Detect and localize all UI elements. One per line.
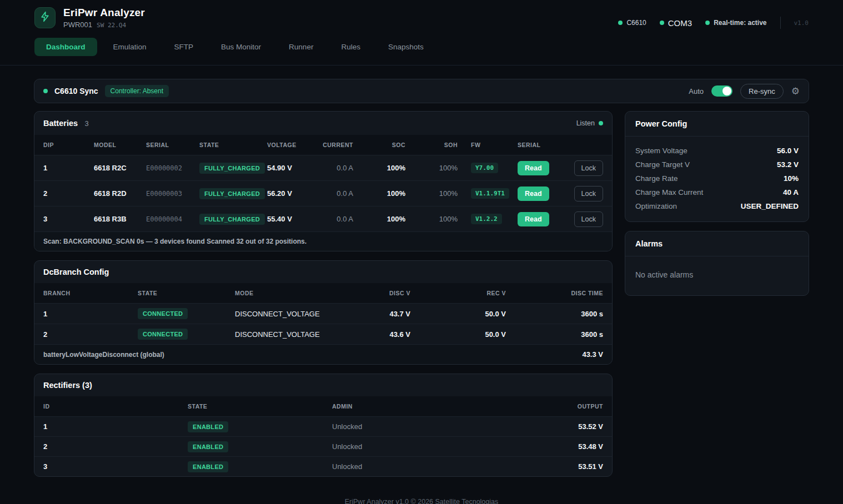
battery-model: 6618 R2C [94, 164, 146, 172]
auto-toggle[interactable] [711, 85, 732, 97]
battery-soc: 100% [353, 215, 405, 223]
config-row: Optimization USER_DEFINED [635, 199, 799, 213]
battery-dip: 1 [43, 164, 94, 172]
alarms-title: Alarms [635, 239, 663, 248]
rectifier-admin: Unlocked [332, 442, 520, 451]
read-serial-button[interactable]: Read [518, 187, 549, 201]
header-status: C6610 COM3 Real-time: active v1.0 [618, 17, 809, 29]
global-disconnect-label: batteryLowVoltageDisconnect (global) [43, 351, 164, 359]
status-dot-green [618, 21, 623, 25]
app-version: v1.0 [794, 19, 809, 27]
config-row: Charge Max Current 40 A [635, 185, 799, 199]
battery-voltage: 56.20 V [267, 189, 306, 198]
battery-soh: 100% [405, 164, 458, 172]
rectifiers-panel: Rectifiers (3) ID STATE ADMIN OUTPUT 1 E… [34, 374, 613, 477]
branch-mode: DISCONNECT_VOLTAGE [235, 330, 330, 339]
read-serial-button[interactable]: Read [518, 161, 549, 175]
branch-id: 1 [43, 310, 138, 318]
scan-status: Scan: BACKGROUND_SCAN 0s — 3 devices fou… [34, 231, 612, 251]
status-c6610: C6610 [618, 19, 646, 27]
app-logo [34, 7, 56, 28]
branch-state-badge: CONNECTED [138, 329, 188, 340]
lock-button[interactable]: Lock [574, 211, 603, 227]
toggle-knob [722, 87, 731, 95]
alarms-empty-message: No active alarms [635, 264, 799, 287]
battery-current: 0.0 A [306, 215, 353, 223]
battery-soh: 100% [405, 215, 458, 223]
app-header: EriPwr Analyzer PWR001 SW 22.Q4 C6610 CO… [0, 0, 843, 65]
app-title: EriPwr Analyzer [63, 7, 145, 19]
controller-status-badge: Controller: Absent [105, 85, 169, 97]
dcbranch-row: 1 CONNECTED DISCONNECT_VOLTAGE 43.7 V 50… [34, 303, 612, 324]
global-disconnect-row: batteryLowVoltageDisconnect (global) 43.… [34, 344, 612, 364]
dcbranch-table-header: BRANCH STATE MODE DISC V REC V DISC TIME [34, 283, 612, 303]
rectifier-id: 3 [43, 462, 188, 471]
branch-disc-time: 3600 s [506, 330, 603, 339]
lock-button[interactable]: Lock [574, 186, 603, 201]
branch-rec-v: 50.0 V [410, 310, 506, 318]
rectifier-row: 2 ENABLED Unlocked 53.48 V [34, 436, 612, 456]
battery-model: 6618 R3B [94, 215, 146, 223]
batteries-title: Batteries [43, 119, 78, 128]
battery-row: 3 6618 R3B E00000004 FULLY_CHARGED 55.40… [34, 206, 612, 231]
tab-dashboard[interactable]: Dashboard [34, 38, 97, 56]
battery-soh: 100% [405, 189, 458, 198]
battery-soc: 100% [353, 164, 405, 172]
sync-title: C6610 Sync [54, 87, 98, 95]
sidebar: Power Config System Voltage 56.0 V Charg… [625, 111, 809, 305]
brand: EriPwr Analyzer PWR001 SW 22.Q4 [34, 7, 145, 29]
battery-fw-badge: Y7.00 [471, 163, 498, 173]
battery-dip: 2 [43, 189, 94, 198]
device-name: PWR001 [63, 21, 92, 29]
resync-button[interactable]: Re-sync [740, 84, 784, 99]
listen-dot [599, 121, 603, 125]
power-config-panel: Power Config System Voltage 56.0 V Charg… [625, 111, 809, 222]
alarms-panel: Alarms No active alarms [625, 231, 809, 296]
battery-current: 0.0 A [306, 164, 353, 172]
tab-snapshots[interactable]: Snapshots [377, 38, 435, 56]
battery-row: 2 6618 R2D E00000003 FULLY_CHARGED 56.20… [34, 180, 612, 206]
battery-state-badge: FULLY_CHARGED [199, 188, 265, 199]
branch-id: 2 [43, 330, 138, 339]
battery-fw-badge: V1.2.2 [471, 214, 502, 224]
tab-runner[interactable]: Runner [277, 38, 325, 56]
rectifier-id: 2 [43, 442, 188, 451]
sync-bar: C6610 Sync Controller: Absent Auto Re-sy… [34, 79, 809, 103]
battery-serial: E00000003 [146, 190, 199, 198]
tab-emulation[interactable]: Emulation [102, 38, 158, 56]
branch-rec-v: 50.0 V [410, 330, 506, 339]
rectifier-admin: Unlocked [332, 462, 520, 471]
rectifiers-title: Rectifiers (3) [43, 381, 92, 390]
rectifier-row: 1 ENABLED Unlocked 53.52 V [34, 416, 612, 436]
battery-soc: 100% [353, 189, 405, 198]
config-row: Charge Rate 10% [635, 172, 799, 185]
config-row: Charge Target V 53.2 V [635, 158, 799, 172]
rectifier-id: 1 [43, 422, 188, 431]
battery-model: 6618 R2D [94, 189, 146, 198]
tab-rules[interactable]: Rules [329, 38, 372, 56]
listen-indicator[interactable]: Listen [576, 119, 603, 127]
dcbranch-row: 2 CONNECTED DISCONNECT_VOLTAGE 43.6 V 50… [34, 324, 612, 344]
rectifier-output: 53.51 V [520, 462, 603, 471]
battery-serial: E00000002 [146, 164, 199, 172]
read-serial-button[interactable]: Read [518, 212, 549, 226]
status-dot-green [705, 21, 710, 25]
dcbranch-title: DcBranch Config [43, 268, 109, 276]
config-row: System Voltage 56.0 V [635, 144, 799, 158]
global-disconnect-value: 43.3 V [582, 350, 603, 359]
rectifier-output: 53.52 V [520, 422, 603, 431]
lock-button[interactable]: Lock [574, 160, 603, 176]
main-column: Batteries 3 Listen DIP MODEL SERIAL STAT… [34, 111, 613, 486]
battery-state-badge: FULLY_CHARGED [199, 214, 265, 225]
tab-sftp[interactable]: SFTP [163, 38, 205, 56]
tab-bus-monitor[interactable]: Bus Monitor [209, 38, 273, 56]
sw-version: SW 22.Q4 [97, 22, 126, 29]
branch-disc-v: 43.7 V [330, 310, 410, 318]
gear-icon[interactable]: ⚙ [791, 87, 800, 96]
rectifier-state-badge: ENABLED [188, 441, 228, 452]
battery-row: 1 6618 R2C E00000002 FULLY_CHARGED 54.90… [34, 155, 612, 180]
main-nav: Dashboard Emulation SFTP Bus Monitor Run… [34, 38, 809, 65]
battery-serial: E00000004 [146, 215, 199, 223]
battery-current: 0.0 A [306, 189, 353, 198]
battery-state-badge: FULLY_CHARGED [199, 163, 265, 174]
